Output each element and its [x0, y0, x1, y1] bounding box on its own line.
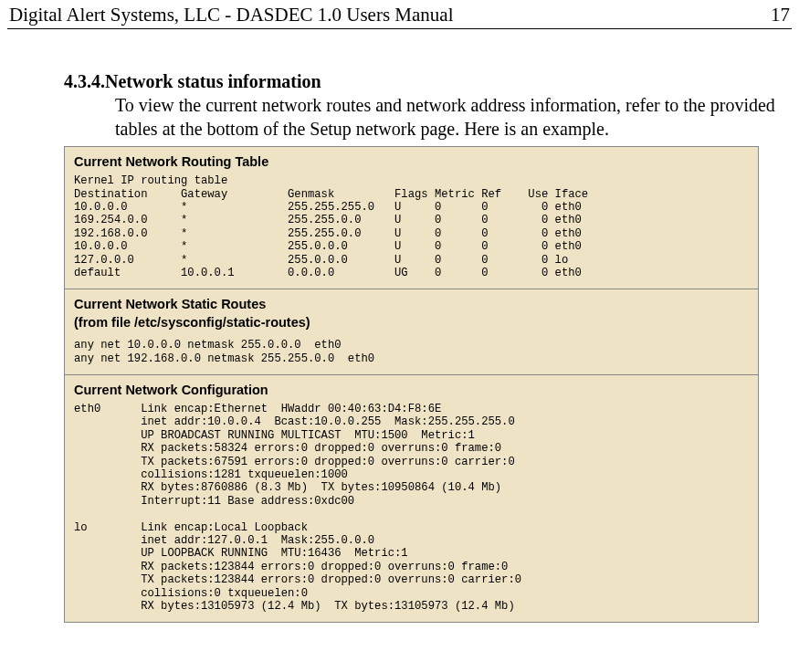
- section-heading: 4.3.4.Network status information: [64, 71, 792, 92]
- routing-table-panel: Current Network Routing Table Kernel IP …: [64, 146, 759, 289]
- network-config-panel: Current Network Configuration eth0 Link …: [64, 375, 759, 623]
- network-config-content: eth0 Link encap:Ethernet HWaddr 00:40:63…: [74, 403, 749, 613]
- page-number: 17: [771, 4, 790, 26]
- network-config-title: Current Network Configuration: [74, 383, 749, 397]
- static-routes-subtitle: (from file /etc/sysconfig/static-routes): [74, 315, 749, 330]
- static-routes-title: Current Network Static Routes: [74, 297, 749, 311]
- static-routes-panel: Current Network Static Routes (from file…: [64, 289, 759, 375]
- page-header: Digital Alert Systems, LLC - DASDEC 1.0 …: [7, 4, 792, 29]
- section-number: 4.3.4.: [64, 71, 105, 91]
- routing-table-title: Current Network Routing Table: [74, 154, 749, 169]
- static-routes-content: any net 10.0.0.0 netmask 255.0.0.0 eth0 …: [74, 339, 749, 365]
- section-name: Network status information: [105, 71, 321, 91]
- routing-table-content: Kernel IP routing table Destination Gate…: [74, 174, 749, 279]
- section-body-text: To view the current network routes and n…: [64, 94, 792, 141]
- header-title: Digital Alert Systems, LLC - DASDEC 1.0 …: [9, 4, 453, 26]
